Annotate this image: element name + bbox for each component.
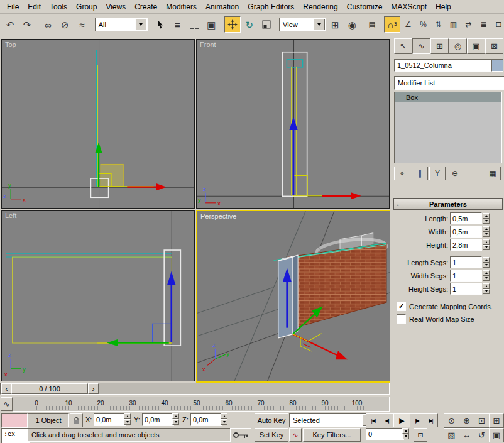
viewport-perspective-label[interactable]: Perspective: [200, 212, 236, 220]
auto-key-button[interactable]: Auto Key: [255, 413, 288, 427]
viewport-perspective[interactable]: Perspective: [196, 210, 391, 383]
menu-item-rendering[interactable]: Rendering: [299, 1, 342, 13]
width-segs-spinner[interactable]: [483, 270, 490, 281]
coord-y-spinner[interactable]: [172, 413, 179, 425]
menu-item-help[interactable]: Help: [431, 1, 456, 13]
key-mode-toggle[interactable]: ⊡: [414, 428, 427, 442]
frame-spinner[interactable]: [402, 428, 409, 439]
key-filters-button[interactable]: Key Filters...: [303, 428, 361, 442]
tab-hierarchy[interactable]: ⊞: [430, 38, 449, 54]
time-slider-thumb[interactable]: 0 / 100: [11, 383, 88, 394]
keyboard-shortcut-override-toggle[interactable]: ▤: [365, 17, 380, 32]
tab-modify[interactable]: ∿: [412, 38, 430, 54]
next-frame-button[interactable]: |▶: [410, 413, 424, 427]
zoom-all-button[interactable]: ⊕: [459, 413, 474, 428]
spinner-down[interactable]: [483, 263, 490, 268]
mirror-button[interactable]: ⇄: [461, 17, 476, 32]
time-slider-next-button[interactable]: ›: [88, 383, 99, 394]
coord-z-spinner[interactable]: [221, 413, 227, 425]
set-key-button[interactable]: Set Key: [255, 428, 288, 442]
modifier-stack[interactable]: Box: [394, 92, 502, 163]
time-slider-prev-button[interactable]: ‹: [1, 383, 12, 394]
redo-button[interactable]: ↷: [19, 16, 35, 33]
coord-z-field[interactable]: 0,0m: [190, 413, 222, 426]
height-spinner[interactable]: [483, 239, 490, 250]
spinner-up[interactable]: [483, 239, 490, 245]
spinner-up[interactable]: [483, 283, 490, 289]
align-button[interactable]: ≣: [476, 17, 491, 32]
tab-display[interactable]: ▣: [467, 38, 485, 54]
object-color-swatch[interactable]: [491, 59, 503, 72]
tab-utilities[interactable]: ⊠: [485, 38, 503, 54]
menu-item-create[interactable]: Create: [130, 1, 162, 13]
spinner-down[interactable]: [483, 232, 490, 238]
pan-button[interactable]: ↔: [459, 428, 474, 442]
menu-item-views[interactable]: Views: [101, 1, 130, 13]
height-segs-field[interactable]: 1: [450, 283, 482, 295]
configure-modifier-sets-button[interactable]: ▦: [485, 167, 501, 180]
length-spinner[interactable]: [483, 213, 490, 224]
menu-item-customize[interactable]: Customize: [342, 1, 387, 13]
go-to-start-button[interactable]: |◀: [366, 413, 380, 427]
spinner-up[interactable]: [172, 413, 179, 419]
min-max-toggle-button[interactable]: ▣: [489, 428, 504, 442]
menu-item-animation[interactable]: Animation: [201, 1, 243, 13]
viewport-top-label[interactable]: Top: [5, 41, 16, 48]
length-segs-field[interactable]: 1: [450, 256, 482, 268]
coord-x-field[interactable]: 0,0m: [94, 413, 126, 426]
object-name-field[interactable]: 1_0512_Columna: [394, 59, 492, 72]
spinner-down[interactable]: [483, 276, 490, 282]
zoom-region-button[interactable]: ▧: [444, 428, 459, 442]
modifier-list-dropdown[interactable]: Modifier List: [394, 76, 504, 90]
width-segs-field[interactable]: 1: [450, 270, 482, 282]
select-and-link-icon[interactable]: ∞: [40, 16, 56, 33]
select-object-button[interactable]: [152, 16, 168, 33]
play-button[interactable]: ▶: [393, 413, 410, 427]
spinner-down[interactable]: [402, 434, 409, 439]
length-segs-spinner[interactable]: [483, 257, 490, 268]
viewport-left-label[interactable]: Left: [5, 212, 16, 219]
length-field[interactable]: 0,5m: [450, 212, 482, 224]
named-selection-sets-button[interactable]: ▥: [446, 17, 461, 32]
spinner-down[interactable]: [483, 219, 490, 224]
width-spinner[interactable]: [483, 226, 490, 237]
unlink-selection-icon[interactable]: ⊘: [57, 16, 73, 33]
window-crossing-toggle[interactable]: ▣: [203, 16, 219, 33]
parameters-rollout-header[interactable]: - Parameters: [393, 198, 503, 210]
menu-item-modifiers[interactable]: Modifiers: [162, 1, 201, 13]
spinner-down[interactable]: [124, 419, 131, 425]
select-and-rotate-button[interactable]: ↻: [241, 16, 258, 33]
angle-snap-toggle[interactable]: ∠: [401, 17, 415, 32]
tab-motion[interactable]: ◎: [449, 38, 467, 54]
viewport-left[interactable]: Left z y x: [1, 210, 195, 381]
coord-x-spinner[interactable]: [124, 413, 131, 425]
pin-stack-button[interactable]: ⌖: [394, 167, 410, 180]
macro-recorder-pane[interactable]: [1, 413, 28, 428]
menu-item-tools[interactable]: Tools: [45, 1, 72, 13]
open-mini-curve-editor-button[interactable]: ∿: [1, 397, 13, 411]
undo-button[interactable]: ↶: [2, 16, 18, 33]
viewport-front[interactable]: Front z x y: [196, 39, 390, 209]
viewport-front-label[interactable]: Front: [200, 41, 216, 48]
chevron-down-icon[interactable]: [135, 19, 146, 30]
spinner-down[interactable]: [483, 245, 490, 251]
spinner-up[interactable]: [483, 257, 490, 263]
use-pivot-center-button[interactable]: ⊞: [327, 16, 343, 33]
spinner-down[interactable]: [172, 419, 179, 425]
track-bar[interactable]: 0 10 20 30 40 50 60 70 80 90 100: [13, 397, 390, 412]
tab-create[interactable]: ↖: [394, 38, 412, 54]
select-and-move-button[interactable]: [224, 16, 241, 33]
spinner-up[interactable]: [221, 413, 227, 419]
new-key-curve-toggle[interactable]: ∿: [289, 428, 302, 442]
snaps-toggle[interactable]: ∩³: [384, 16, 400, 33]
menu-item-maxscript[interactable]: MAXScript: [386, 1, 431, 13]
layer-manager-button[interactable]: ⊟: [491, 17, 504, 32]
menu-item-file[interactable]: File: [3, 1, 23, 13]
select-and-manipulate-button[interactable]: ◉: [344, 16, 360, 33]
selection-lock-toggle[interactable]: [70, 413, 83, 427]
current-frame-field[interactable]: 0: [366, 428, 404, 440]
make-unique-button[interactable]: Y: [429, 167, 446, 180]
remove-modifier-button[interactable]: ⊖: [447, 167, 463, 180]
spinner-up[interactable]: [402, 428, 409, 434]
select-by-name-button[interactable]: ≡: [169, 16, 185, 33]
